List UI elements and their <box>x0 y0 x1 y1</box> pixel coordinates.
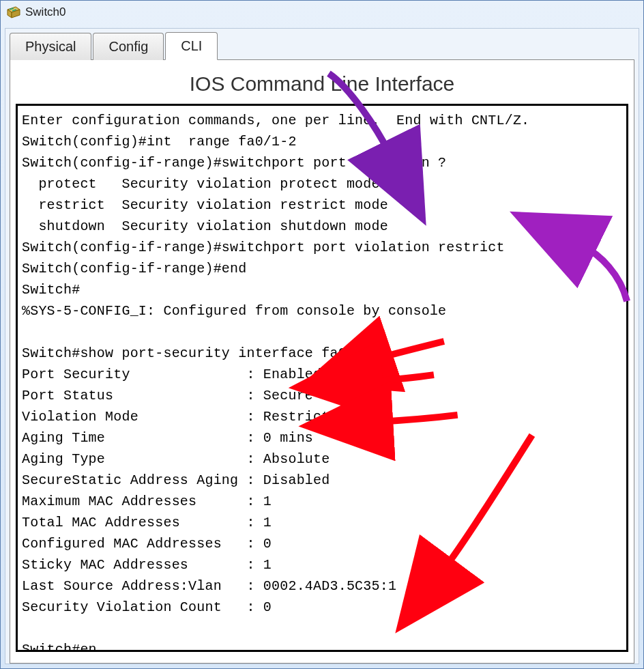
terminal-line: Violation Mode : Restrict <box>22 406 622 427</box>
terminal-line: restrict Security violation restrict mod… <box>22 195 622 216</box>
terminal-line: SecureStatic Address Aging : Disabled <box>22 470 622 491</box>
terminal-line: Port Status : Secure-up <box>22 385 622 406</box>
terminal-line: Switch(config-if-range)#switchport port … <box>22 237 622 258</box>
terminal-line: Security Violation Count : 0 <box>22 597 622 618</box>
terminal-line: Switch#show port-security interface fa0/… <box>22 343 622 364</box>
terminal-line: Switch(config-if-range)#end <box>22 258 622 279</box>
terminal-line: shutdown Security violation shutdown mod… <box>22 216 622 237</box>
tab-panel-cli: IOS Command Line Interface Enter configu… <box>10 60 634 664</box>
terminal-line: Last Source Address:Vlan : 0002.4AD3.5C3… <box>22 575 622 597</box>
terminal-line: Configured MAC Addresses : 0 <box>22 533 622 554</box>
window-title: Switch0 <box>25 5 66 19</box>
tab-cli[interactable]: CLI <box>165 32 218 60</box>
tab-physical[interactable]: Physical <box>10 33 91 60</box>
terminal-line: Sticky MAC Addresses : 1 <box>22 554 622 575</box>
terminal-line: Port Security : Enabled <box>22 364 622 385</box>
terminal-line <box>22 618 622 639</box>
switch-icon <box>6 5 21 19</box>
tab-bar: Physical Config CLI <box>10 33 634 60</box>
terminal-line: Switch# <box>22 279 622 300</box>
terminal-line: Aging Time : 0 mins <box>22 427 622 449</box>
terminal-line: Total MAC Addresses : 1 <box>22 512 622 533</box>
client-area: Physical Config CLI IOS Command Line Int… <box>5 28 639 664</box>
cli-heading: IOS Command Line Interface <box>10 60 634 102</box>
tab-config[interactable]: Config <box>93 33 164 60</box>
terminal-line: %SYS-5-CONFIG_I: Configured from console… <box>22 300 622 322</box>
terminal-line: protect Security violation protect mode <box>22 173 622 195</box>
terminal-output[interactable]: Enter configuration commands, one per li… <box>16 104 628 652</box>
terminal-line: Maximum MAC Addresses : 1 <box>22 491 622 512</box>
terminal-line: Enter configuration commands, one per li… <box>22 110 622 131</box>
titlebar: Switch0 <box>1 1 643 24</box>
terminal-line: Switch(config-if-range)#switchport port … <box>22 152 622 173</box>
terminal-line <box>22 322 622 343</box>
terminal-line: Switch#en <box>22 639 622 652</box>
terminal-line: Switch(config)#int range fa0/1-2 <box>22 131 622 152</box>
app-window: Switch0 Physical Config CLI IOS Command … <box>0 0 644 669</box>
terminal-line: Aging Type : Absolute <box>22 449 622 470</box>
